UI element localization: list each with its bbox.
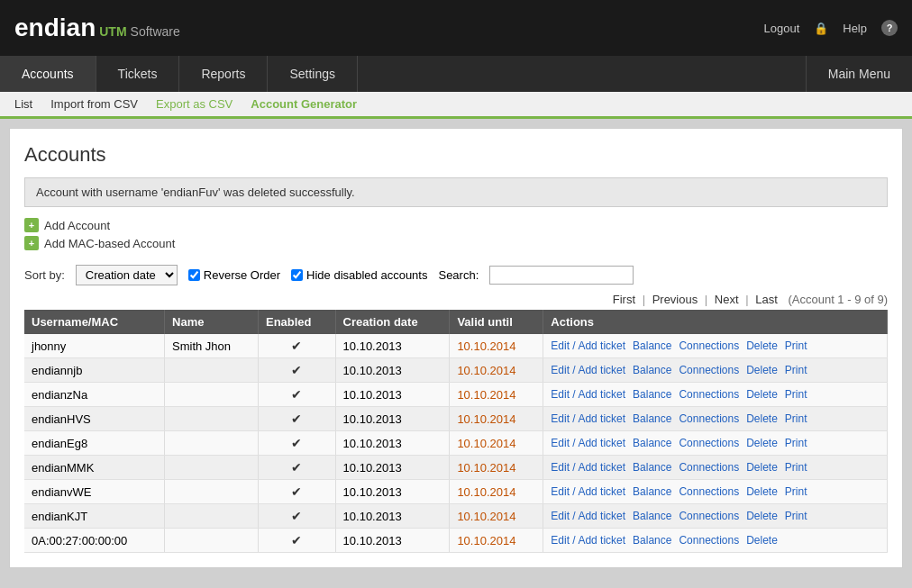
action-balance[interactable]: Balance bbox=[633, 485, 671, 498]
action-connections[interactable]: Connections bbox=[679, 461, 739, 474]
action-print[interactable]: Print bbox=[785, 461, 807, 474]
cell-creation-date: 10.10.2013 bbox=[335, 504, 450, 529]
subnav-import-csv[interactable]: Import from CSV bbox=[50, 97, 138, 111]
cell-actions: Edit / Add ticket Balance Connections De… bbox=[543, 431, 888, 456]
action-edit---add-ticket[interactable]: Edit / Add ticket bbox=[551, 534, 625, 547]
nav-reports[interactable]: Reports bbox=[179, 56, 268, 92]
cell-name bbox=[165, 383, 259, 407]
subnav-list[interactable]: List bbox=[14, 97, 32, 111]
add-account-icon: + bbox=[24, 218, 39, 232]
action-delete[interactable]: Delete bbox=[746, 412, 778, 425]
nav-settings[interactable]: Settings bbox=[268, 56, 358, 92]
nav-accounts[interactable]: Accounts bbox=[0, 56, 96, 92]
action-balance[interactable]: Balance bbox=[633, 534, 671, 547]
pagination-first[interactable]: First bbox=[613, 293, 635, 306]
cell-actions: Edit / Add ticket Balance Connections De… bbox=[543, 358, 888, 383]
action-delete[interactable]: Delete bbox=[746, 510, 778, 522]
subnav-account-generator[interactable]: Account Generator bbox=[251, 97, 357, 111]
table-row: endianzNa✔10.10.201310.10.2014Edit / Add… bbox=[24, 383, 888, 407]
search-input[interactable] bbox=[489, 266, 634, 285]
sort-select[interactable]: Creation date bbox=[76, 265, 178, 285]
action-delete[interactable]: Delete bbox=[746, 485, 778, 498]
table-row: endianvWE✔10.10.201310.10.2014Edit / Add… bbox=[24, 480, 888, 504]
cell-name bbox=[165, 407, 259, 431]
add-mac-icon: + bbox=[24, 236, 39, 250]
action-delete[interactable]: Delete bbox=[746, 339, 778, 352]
action-connections[interactable]: Connections bbox=[679, 388, 739, 401]
action-balance[interactable]: Balance bbox=[633, 364, 671, 376]
action-edit---add-ticket[interactable]: Edit / Add ticket bbox=[551, 412, 625, 425]
sort-by-label: Sort by: bbox=[24, 268, 65, 282]
hide-disabled-checkbox[interactable] bbox=[291, 269, 303, 281]
action-connections[interactable]: Connections bbox=[679, 412, 739, 425]
nav-tickets[interactable]: Tickets bbox=[96, 56, 180, 92]
header-right: Logout 🔒 Help ? bbox=[763, 20, 898, 36]
subnav: List Import from CSV Export as CSV Accou… bbox=[0, 92, 912, 119]
lock-icon: 🔒 bbox=[814, 22, 828, 35]
reverse-order-label[interactable]: Reverse Order bbox=[188, 268, 280, 282]
action-balance[interactable]: Balance bbox=[633, 412, 671, 425]
action-print[interactable]: Print bbox=[785, 412, 807, 425]
action-connections[interactable]: Connections bbox=[679, 534, 739, 547]
add-account-link[interactable]: + Add Account bbox=[24, 218, 888, 232]
action-connections[interactable]: Connections bbox=[679, 485, 739, 498]
action-balance[interactable]: Balance bbox=[633, 510, 671, 522]
cell-username: endianKJT bbox=[24, 504, 165, 529]
main-menu-button[interactable]: Main Menu bbox=[806, 56, 912, 92]
add-mac-account-link[interactable]: + Add MAC-based Account bbox=[24, 236, 888, 250]
sort-bar: Sort by: Creation date Reverse Order Hid… bbox=[24, 265, 888, 285]
cell-valid-until: 10.10.2014 bbox=[450, 407, 543, 431]
action-delete[interactable]: Delete bbox=[746, 437, 778, 449]
action-balance[interactable]: Balance bbox=[633, 339, 671, 352]
cell-valid-until: 10.10.2014 bbox=[450, 529, 543, 553]
cell-name: Smith Jhon bbox=[165, 334, 259, 358]
cell-username: jhonny bbox=[24, 334, 165, 358]
action-delete[interactable]: Delete bbox=[746, 534, 778, 547]
action-edit---add-ticket[interactable]: Edit / Add ticket bbox=[551, 437, 625, 449]
cell-valid-until: 10.10.2014 bbox=[450, 456, 543, 480]
hide-disabled-label[interactable]: Hide disabled accounts bbox=[291, 268, 427, 282]
cell-username: endianMMK bbox=[24, 456, 165, 480]
action-delete[interactable]: Delete bbox=[746, 364, 778, 376]
action-edit---add-ticket[interactable]: Edit / Add ticket bbox=[551, 485, 625, 498]
help-link[interactable]: Help bbox=[843, 22, 867, 35]
cell-username: endianzNa bbox=[24, 383, 165, 407]
action-edit---add-ticket[interactable]: Edit / Add ticket bbox=[551, 339, 625, 352]
enabled-checkmark: ✔ bbox=[291, 412, 302, 426]
table-row: jhonnySmith Jhon✔10.10.201310.10.2014Edi… bbox=[24, 334, 888, 358]
action-delete[interactable]: Delete bbox=[746, 461, 778, 474]
logout-link[interactable]: Logout bbox=[763, 22, 799, 35]
action-print[interactable]: Print bbox=[785, 485, 807, 498]
pagination-last[interactable]: Last bbox=[755, 293, 778, 306]
action-print[interactable]: Print bbox=[785, 510, 807, 522]
action-edit---add-ticket[interactable]: Edit / Add ticket bbox=[551, 364, 625, 376]
action-delete[interactable]: Delete bbox=[746, 388, 778, 401]
table-row: endianEg8✔10.10.201310.10.2014Edit / Add… bbox=[24, 431, 888, 456]
logo-utm-text: UTM bbox=[99, 24, 126, 39]
col-username: Username/MAC bbox=[24, 310, 165, 334]
action-connections[interactable]: Connections bbox=[679, 339, 739, 352]
action-edit---add-ticket[interactable]: Edit / Add ticket bbox=[551, 510, 625, 522]
cell-username: endiannjb bbox=[24, 358, 165, 383]
subnav-export-csv[interactable]: Export as CSV bbox=[156, 97, 233, 111]
action-print[interactable]: Print bbox=[785, 388, 807, 401]
pagination-next[interactable]: Next bbox=[715, 293, 739, 306]
cell-creation-date: 10.10.2013 bbox=[335, 407, 450, 431]
cell-name bbox=[165, 529, 259, 553]
action-print[interactable]: Print bbox=[785, 364, 807, 376]
enabled-checkmark: ✔ bbox=[291, 509, 302, 523]
action-balance[interactable]: Balance bbox=[633, 461, 671, 474]
action-edit---add-ticket[interactable]: Edit / Add ticket bbox=[551, 388, 625, 401]
action-edit---add-ticket[interactable]: Edit / Add ticket bbox=[551, 461, 625, 474]
action-print[interactable]: Print bbox=[785, 339, 807, 352]
action-print[interactable]: Print bbox=[785, 437, 807, 449]
pagination-previous[interactable]: Previous bbox=[652, 293, 698, 306]
cell-valid-until: 10.10.2014 bbox=[450, 480, 543, 504]
action-connections[interactable]: Connections bbox=[679, 437, 739, 449]
reverse-order-checkbox[interactable] bbox=[188, 269, 200, 281]
action-connections[interactable]: Connections bbox=[679, 510, 739, 522]
action-balance[interactable]: Balance bbox=[633, 388, 671, 401]
cell-enabled: ✔ bbox=[258, 431, 335, 456]
action-connections[interactable]: Connections bbox=[679, 364, 739, 376]
action-balance[interactable]: Balance bbox=[633, 437, 671, 449]
